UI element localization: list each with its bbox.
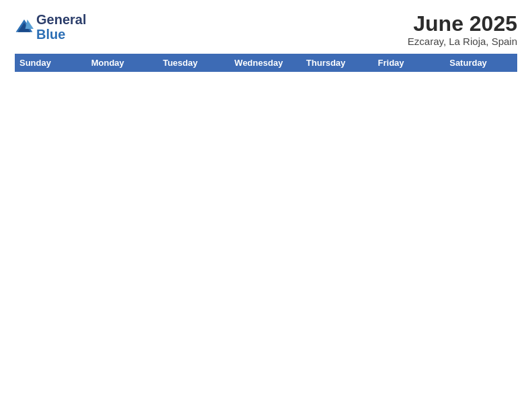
calendar-table: Sunday Monday Tuesday Wednesday Thursday… (15, 54, 517, 72)
location: Ezcaray, La Rioja, Spain (408, 36, 517, 47)
page: General Blue June 2025 Ezcaray, La Rioja… (0, 0, 532, 411)
logo-general-text: General (36, 12, 86, 27)
logo-text: General Blue (36, 12, 86, 42)
month-year: June 2025 (408, 12, 517, 36)
col-saturday: Saturday (445, 54, 517, 72)
col-wednesday: Wednesday (230, 54, 302, 72)
logo: General Blue (15, 12, 86, 42)
logo-icon (15, 17, 34, 36)
col-monday: Monday (87, 54, 159, 72)
logo-blue-text: Blue (36, 27, 65, 42)
header-area: General Blue June 2025 Ezcaray, La Rioja… (15, 12, 517, 47)
col-friday: Friday (373, 54, 445, 72)
calendar-header-row: Sunday Monday Tuesday Wednesday Thursday… (15, 54, 517, 72)
col-sunday: Sunday (15, 54, 87, 72)
svg-marker-2 (26, 19, 34, 29)
col-thursday: Thursday (302, 54, 373, 72)
title-block: June 2025 Ezcaray, La Rioja, Spain (408, 12, 517, 47)
col-tuesday: Tuesday (159, 54, 230, 72)
